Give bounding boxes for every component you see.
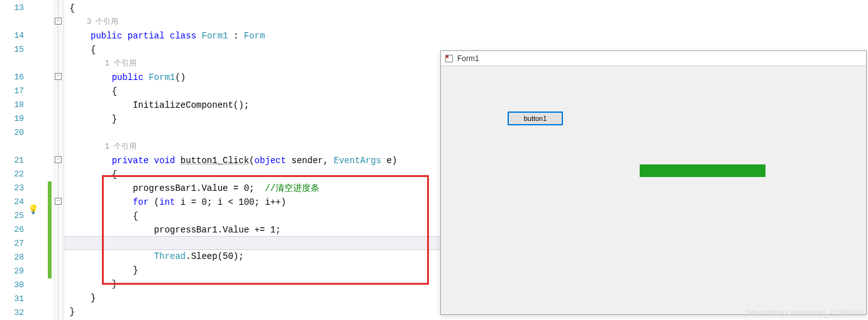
line-number: 15 [0,43,24,57]
line-number: 14 [0,29,24,43]
code-line: InitializeComponent(); [64,98,440,112]
change-tracking-margin [48,0,53,320]
code-line: } [64,277,440,291]
code-line: { [64,168,440,181]
codelens-references[interactable]: 3 个引用 [64,15,440,29]
code-line-current [64,236,440,250]
line-number: 16 [0,71,24,84]
indicator-margin: 💡 [26,0,48,320]
line-number: 22 [0,168,24,181]
line-number: 24 [0,195,24,209]
code-line: public Form1() [64,71,440,84]
line-number: 19 [0,112,24,126]
watermark: https://blog.csdn.net/qq_41375318 [747,309,863,317]
code-line: progressBar1.Value = 0; //清空进度条 [64,181,440,195]
outlining-margin: − − − − [53,0,64,320]
form-icon [445,54,453,63]
code-line: { [64,209,440,223]
line-number: 32 [0,306,24,320]
button1[interactable]: button1 [508,111,563,125]
line-number: 25 [0,209,24,223]
line-number: 21 [0,154,24,168]
code-line: { [64,84,440,98]
code-editor: 13 14 15 16 17 18 19 20 21 22 23 24 25 2… [0,0,440,320]
code-line: progressBar1.Value += 1; [64,223,440,237]
lightbulb-icon[interactable]: 💡 [28,204,38,215]
line-number: 31 [0,292,24,306]
code-line: } [64,112,440,126]
code-line: for (int i = 0; i < 100; i++) [64,195,440,209]
fold-toggle[interactable]: − [55,198,62,205]
line-number: 26 [0,223,24,237]
codelens-references[interactable]: 1 个引用 [64,140,440,154]
window-title: Form1 [457,54,479,63]
line-number: 30 [0,278,24,292]
title-bar[interactable]: Form1 [441,51,866,66]
line-number: 17 [0,84,24,98]
code-line: } [64,263,440,277]
code-line: { [64,1,440,15]
codelens-references[interactable]: 1 个引用 [64,57,440,71]
code-line: { [64,43,440,57]
code-line: } [64,291,440,305]
line-number: 20 [0,126,24,140]
fold-toggle[interactable]: − [55,156,62,163]
code-line: private void button1_Click(object sender… [64,154,440,168]
line-number: 13 [0,1,24,15]
line-number: 28 [0,251,24,265]
line-number: 29 [0,265,24,278]
line-number: 23 [0,181,24,195]
line-number-gutter: 13 14 15 16 17 18 19 20 21 22 23 24 25 2… [0,0,26,320]
code-line [64,126,440,140]
code-line: } [64,305,440,319]
fold-toggle[interactable]: − [55,73,62,80]
code-line: public partial class Form1 : Form [64,29,440,43]
fold-toggle[interactable]: − [55,18,62,25]
form-window: Form1 button1 [440,50,867,315]
line-number: 27 [0,237,24,251]
form-client-area: button1 [441,66,866,314]
line-number: 18 [0,98,24,112]
code-area[interactable]: { 3 个引用 public partial class Form1 : For… [64,0,440,320]
change-bar [48,181,52,278]
code-line: Thread.Sleep(50); [64,249,440,263]
progress-bar [640,164,765,177]
